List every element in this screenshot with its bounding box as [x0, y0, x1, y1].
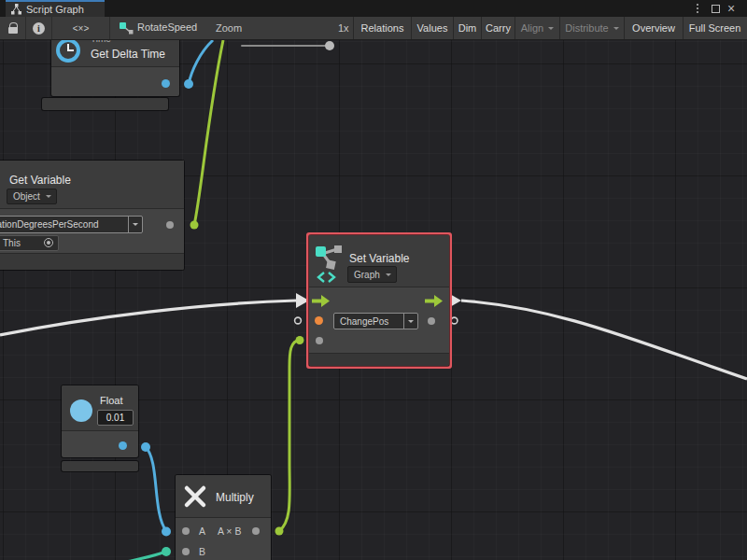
value-input-port[interactable]: [316, 337, 323, 344]
node-title: Set Variable: [349, 252, 409, 265]
graph-toolbar: i <×> RotateSpeed Zoom 1x Relations Valu…: [0, 17, 747, 40]
object-picker-icon[interactable]: [44, 238, 53, 247]
multiply-input-b-port[interactable]: [182, 548, 190, 555]
get-variable-output-port[interactable]: [166, 221, 174, 229]
multiply-icon: [183, 484, 207, 509]
tab-title: Script Graph: [26, 4, 84, 15]
node-header: Float 0.01: [62, 385, 138, 431]
chevron-down-icon: [613, 27, 619, 33]
node-title: Get Delta Time: [91, 48, 165, 61]
graph-breadcrumb[interactable]: RotateSpeed: [137, 21, 197, 33]
variable-scope-dropdown[interactable]: Object: [7, 189, 57, 204]
input-b-label: B: [199, 546, 205, 557]
input-a-label: A: [199, 525, 205, 537]
flow-input-port[interactable]: [312, 295, 330, 307]
info-button[interactable]: i: [26, 17, 51, 39]
dim-button[interactable]: Dim: [454, 17, 481, 39]
node-title: Float: [100, 395, 122, 406]
set-variable-icon: [315, 245, 343, 284]
full-screen-label: Full Screen: [689, 22, 741, 34]
align-label: Align: [521, 22, 543, 34]
variable-name-port[interactable]: [315, 316, 323, 325]
relations-button[interactable]: Relations: [354, 17, 411, 39]
variable-name-field[interactable]: RotationDegreesPerSecond: [0, 216, 143, 233]
carry-label: Carry: [486, 22, 511, 34]
carry-button[interactable]: Carry: [482, 17, 514, 39]
multiply-input-a-port[interactable]: [182, 527, 190, 535]
dim-label: Dim: [458, 22, 477, 34]
zoom-slider-knob[interactable]: [325, 41, 334, 50]
node-footer-strip[interactable]: [42, 98, 168, 110]
variable-name-field[interactable]: ChangePos: [333, 313, 418, 329]
chevron-down-icon: [548, 27, 554, 33]
float-value-input[interactable]: 0.01: [97, 410, 134, 426]
node-footer-strip: [62, 461, 138, 471]
node-get-variable[interactable]: Get Variable Object RotationDegreesPerSe…: [0, 161, 184, 270]
variable-scope-dropdown[interactable]: Graph: [347, 266, 397, 283]
set-variable-output-port[interactable]: [428, 317, 435, 325]
zoom-value: 1x: [338, 22, 349, 34]
node-footer: [309, 353, 449, 366]
node-float[interactable]: Float 0.01: [62, 385, 138, 457]
variable-name-dropdown-button[interactable]: [403, 314, 417, 329]
relations-label: Relations: [361, 22, 404, 34]
node-header: Set Variable Graph: [309, 235, 449, 287]
float-icon: [70, 399, 92, 422]
node-set-variable[interactable]: Set Variable Graph ChangePos: [309, 235, 449, 366]
zoom-slider-track[interactable]: [241, 45, 327, 47]
node-header: Multiply: [176, 475, 271, 518]
node-title: Get Variable: [9, 174, 71, 187]
info-icon: i: [33, 22, 45, 35]
variable-name-text: RotationDegreesPerSecond: [0, 217, 128, 232]
full-screen-button[interactable]: Full Screen: [684, 17, 746, 39]
node-title: Multiply: [216, 491, 254, 504]
overview-button[interactable]: Overview: [625, 17, 683, 39]
variable-name-dropdown-button[interactable]: [128, 217, 142, 232]
graph-breadcrumb-icon: [120, 21, 134, 35]
tab-bar: Script Graph ×: [0, 0, 747, 17]
maximize-icon: [712, 5, 720, 13]
delta-time-output-port[interactable]: [162, 79, 170, 88]
maximize-button[interactable]: [712, 0, 720, 17]
float-output-port[interactable]: [119, 441, 127, 450]
distribute-button[interactable]: Distribute: [560, 17, 624, 39]
ports-toggle-icon: <×>: [73, 23, 90, 34]
graph-icon: [11, 4, 21, 15]
clock-icon: [56, 38, 80, 63]
zoom-label: Zoom: [216, 22, 242, 34]
lock-button[interactable]: [0, 17, 25, 39]
variable-target-text: This: [3, 238, 21, 248]
multiply-output-port[interactable]: [252, 527, 260, 535]
tab-script-graph[interactable]: Script Graph: [6, 0, 105, 17]
variable-name-text: ChangePos: [334, 314, 403, 329]
kebab-menu-icon: [697, 7, 698, 9]
window-menu-button[interactable]: [697, 0, 698, 17]
output-label: A × B: [218, 525, 241, 537]
distribute-label: Distribute: [565, 22, 608, 34]
close-button[interactable]: ×: [727, 0, 735, 17]
values-button[interactable]: Values: [412, 17, 453, 39]
values-label: Values: [417, 22, 448, 34]
node-footer: [0, 253, 184, 270]
flow-output-port[interactable]: [425, 295, 443, 307]
close-icon: ×: [727, 1, 735, 16]
lock-icon: [8, 27, 18, 34]
node-multiply[interactable]: Multiply A A × B B: [176, 475, 271, 560]
overview-label: Overview: [632, 22, 675, 34]
script-graph-window: Time Get Delta Time Get Variable Object …: [0, 0, 747, 560]
align-button[interactable]: Align: [515, 17, 559, 39]
ports-toggle-button[interactable]: <×>: [52, 17, 109, 39]
node-header: Get Variable Object: [0, 161, 184, 209]
